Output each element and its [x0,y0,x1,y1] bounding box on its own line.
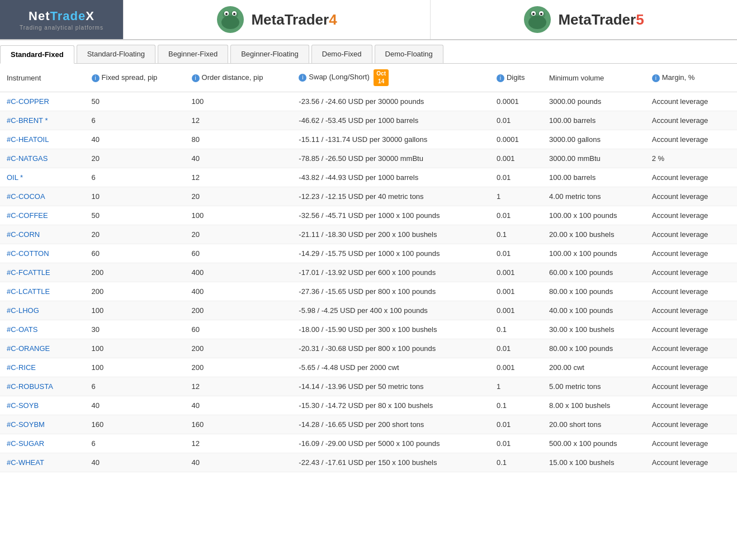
cell-instrument[interactable]: #C-COTTON [0,244,85,263]
info-icon-order[interactable]: i [192,74,200,82]
instrument-link[interactable]: #C-ORANGE [7,344,50,353]
cell-swap: -23.56 / -24.60 USD per 30000 pounds [292,92,490,111]
instrument-link[interactable]: #C-COFFEE [7,211,48,220]
tab-demo-floating[interactable]: Demo-Floating [375,45,443,63]
instrument-link[interactable]: OIL * [7,173,23,182]
cell-digits: 0.0001 [490,130,542,149]
cell-minvol: 3000.00 gallons [542,130,645,149]
table-row: #C-SOYB 40 40 -15.30 / -14.72 USD per 80… [0,396,737,415]
svg-point-11 [528,16,546,29]
cell-digits: 0.1 [490,396,542,415]
col-header-margin: iMargin, % [645,64,737,92]
instrument-link[interactable]: #C-OATS [7,325,37,334]
cell-instrument[interactable]: OIL * [0,168,85,187]
info-icon-digits[interactable]: i [497,74,504,82]
cell-digits: 0.001 [490,149,542,168]
instrument-link[interactable]: #C-COCOA [7,192,45,201]
cell-digits: 1 [490,187,542,206]
cell-margin: 2 % [645,149,737,168]
cell-instrument[interactable]: #C-FCATTLE [0,263,85,282]
info-icon-swap[interactable]: i [299,74,306,82]
table-row: #C-CORN 20 20 -21.11 / -18.30 USD per 20… [0,225,737,244]
cell-minvol: 100.00 x 100 pounds [542,244,645,263]
cell-instrument[interactable]: #C-LCATTLE [0,282,85,301]
mt4-title: MetaTrader4 [251,11,337,29]
instrument-link[interactable]: #C-COTTON [7,249,49,258]
cell-instrument[interactable]: #C-LHOG [0,301,85,320]
mt4-icon [216,6,244,34]
cell-spread: 6 [85,434,185,453]
table-row: #C-NATGAS 20 40 -78.85 / -26.50 USD per … [0,149,737,168]
cell-spread: 100 [85,339,185,358]
instrument-link[interactable]: #C-SUGAR [7,439,44,448]
cell-spread: 20 [85,225,185,244]
instrument-link[interactable]: #C-LHOG [7,306,39,315]
instrument-link[interactable]: #C-COPPER [7,97,49,106]
cell-swap: -21.11 / -18.30 USD per 200 x 100 bushel… [292,225,490,244]
cell-instrument[interactable]: #C-COFFEE [0,206,85,225]
cell-instrument[interactable]: #C-SOYB [0,396,85,415]
col-header-spread: iFixed spread, pip [85,64,185,92]
cell-order: 12 [185,434,292,453]
cell-minvol: 100.00 barrels [542,168,645,187]
mt4-number: 4 [329,11,337,28]
instrument-link[interactable]: #C-SOYBM [7,420,45,429]
cell-margin: Account leverage [645,244,737,263]
cell-spread: 40 [85,396,185,415]
cell-instrument[interactable]: #C-HEATOIL [0,130,85,149]
instrument-link[interactable]: #C-LCATTLE [7,287,50,296]
instrument-link[interactable]: #C-ROBUSTA [7,382,53,391]
cell-instrument[interactable]: #C-WHEAT [0,453,85,472]
instrument-link[interactable]: #C-WHEAT [7,458,44,467]
cell-margin: Account leverage [645,377,737,396]
cell-spread: 100 [85,358,185,377]
cell-instrument[interactable]: #C-NATGAS [0,149,85,168]
cell-instrument[interactable]: #C-RICE [0,358,85,377]
cell-digits: 0.01 [490,415,542,434]
cell-spread: 200 [85,263,185,282]
instrument-link[interactable]: #C-NATGAS [7,154,48,163]
info-icon-margin[interactable]: i [652,74,660,82]
cell-order: 40 [185,453,292,472]
cell-order: 40 [185,149,292,168]
cell-instrument[interactable]: #C-COPPER [0,92,85,111]
instrument-link[interactable]: #C-BRENT * [7,116,48,125]
cell-instrument[interactable]: #C-OATS [0,320,85,339]
cell-instrument[interactable]: #C-CORN [0,225,85,244]
instrument-link[interactable]: #C-FCATTLE [7,268,50,277]
cell-swap: -20.31 / -30.68 USD per 800 x 100 pounds [292,339,490,358]
mt5-number: 5 [636,11,644,28]
logo-net: Net [29,9,50,23]
cell-order: 12 [185,377,292,396]
cell-minvol: 500.00 x 100 pounds [542,434,645,453]
cell-instrument[interactable]: #C-BRENT * [0,111,85,130]
cell-margin: Account leverage [645,92,737,111]
cell-instrument[interactable]: #C-SUGAR [0,434,85,453]
cell-minvol: 3000.00 mmBtu [542,149,645,168]
instrument-link[interactable]: #C-CORN [7,230,40,239]
info-icon-spread[interactable]: i [92,74,100,82]
cell-instrument[interactable]: #C-COCOA [0,187,85,206]
cell-instrument[interactable]: #C-ORANGE [0,339,85,358]
tab-standard-fixed[interactable]: Standard-Fixed [0,45,74,64]
cell-digits: 0.001 [490,301,542,320]
table-row: #C-FCATTLE 200 400 -17.01 / -13.92 USD p… [0,263,737,282]
cell-minvol: 60.00 x 100 pounds [542,263,645,282]
instrument-link[interactable]: #C-HEATOIL [7,135,49,144]
cell-digits: 0.001 [490,263,542,282]
tab-demo-fixed[interactable]: Demo-Fixed [311,45,372,63]
instrument-link[interactable]: #C-SOYB [7,401,39,410]
logo-subtitle: Trading analytical platforms [20,25,103,31]
tab-beginner-fixed[interactable]: Beginner-Fixed [158,45,228,63]
tab-standard-floating[interactable]: Standard-Floating [77,45,155,63]
cell-order: 200 [185,358,292,377]
mt4-label: MetaTrader [251,11,329,28]
cell-instrument[interactable]: #C-SOYBM [0,415,85,434]
cell-order: 40 [185,396,292,415]
cell-instrument[interactable]: #C-ROBUSTA [0,377,85,396]
data-table-wrap: Instrument iFixed spread, pip iOrder dis… [0,64,737,472]
svg-point-14 [532,13,535,15]
tab-beginner-floating[interactable]: Beginner-Floating [230,45,309,63]
instrument-link[interactable]: #C-RICE [7,363,36,372]
cell-spread: 6 [85,168,185,187]
